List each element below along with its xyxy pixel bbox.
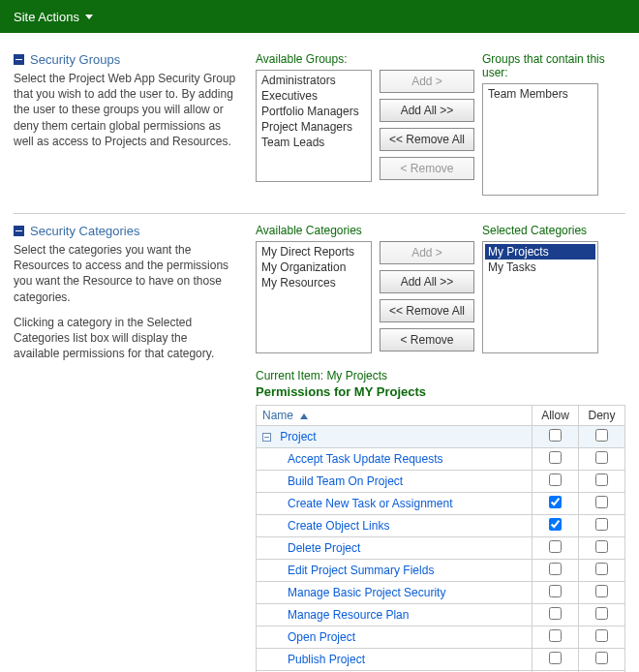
perm-row-label[interactable]: Edit Project Summary Fields: [262, 564, 434, 577]
perm-row-label[interactable]: Publish Project: [262, 653, 365, 666]
selected-categories-listbox[interactable]: My ProjectsMy Tasks: [482, 241, 598, 353]
section-heading-categories[interactable]: Security Categories: [14, 224, 236, 238]
caret-down-icon: [85, 15, 93, 19]
add-button[interactable]: Add >: [380, 70, 474, 93]
allow-checkbox[interactable]: [549, 540, 562, 553]
allow-checkbox[interactable]: [549, 629, 562, 642]
current-item-line: Current Item: My Projects: [256, 369, 625, 382]
desc-text: Select the Project Web App Security Grou…: [14, 71, 236, 149]
list-item[interactable]: My Direct Reports: [259, 244, 369, 260]
current-item-value: My Projects: [326, 369, 387, 382]
deny-checkbox[interactable]: [595, 496, 608, 508]
perm-row-label[interactable]: Open Project: [262, 630, 355, 644]
table-row: Edit Project Summary Fields: [257, 560, 625, 582]
selected-groups-listbox[interactable]: Team Members: [482, 83, 598, 196]
deny-checkbox[interactable]: [595, 652, 608, 664]
allow-checkbox[interactable]: [549, 451, 562, 464]
current-item-label: Current Item:: [256, 369, 323, 382]
selected-groups-label: Groups that contain this user:: [482, 52, 625, 79]
deny-checkbox[interactable]: [595, 518, 608, 531]
table-row: Accept Task Update Requests: [257, 448, 625, 471]
categories-button-col: Add > Add All >> << Remove All < Remove: [380, 241, 474, 351]
available-groups-col: Available Groups: AdministratorsExecutiv…: [256, 52, 372, 182]
perm-group-row[interactable]: Project: [257, 426, 625, 448]
deny-checkbox[interactable]: [595, 540, 608, 553]
perm-row-label[interactable]: Create New Task or Assignment: [262, 497, 453, 510]
dual-list-groups: Available Groups: AdministratorsExecutiv…: [256, 52, 625, 196]
add-all-button[interactable]: Add All >>: [380, 99, 474, 122]
col-name[interactable]: Name: [257, 406, 532, 426]
deny-checkbox[interactable]: [595, 629, 608, 642]
list-item[interactable]: Project Managers: [259, 119, 369, 135]
section-right-cat: Available Categories My Direct ReportsMy…: [256, 224, 625, 672]
group-allow-checkbox[interactable]: [549, 429, 562, 442]
heading-link-categories[interactable]: Security Categories: [30, 224, 139, 238]
perm-row-label[interactable]: Manage Resource Plan: [262, 608, 409, 622]
list-item[interactable]: My Resources: [259, 275, 369, 290]
site-actions-label: Site Actions: [14, 10, 79, 24]
table-row: Create Object Links: [257, 515, 625, 537]
selected-categories-label: Selected Categories: [482, 224, 598, 237]
deny-checkbox[interactable]: [595, 607, 608, 620]
allow-checkbox[interactable]: [549, 652, 562, 664]
deny-checkbox[interactable]: [595, 451, 608, 464]
remove-button[interactable]: < Remove: [380, 328, 474, 351]
deny-checkbox[interactable]: [595, 563, 608, 575]
section-desc-categories: Select the categories you want the Resou…: [14, 242, 236, 361]
group-deny-checkbox[interactable]: [595, 429, 608, 442]
table-row: Create New Task or Assignment: [257, 493, 625, 515]
sort-asc-icon: [300, 413, 308, 419]
perm-group-label: Project: [280, 430, 316, 443]
remove-button[interactable]: < Remove: [380, 157, 474, 180]
list-item[interactable]: Team Members: [485, 86, 595, 102]
desc-text-2: Clicking a category in the Selected Cate…: [14, 315, 236, 362]
deny-checkbox[interactable]: [595, 473, 608, 486]
available-categories-col: Available Categories My Direct ReportsMy…: [256, 224, 372, 353]
heading-link-groups[interactable]: Security Groups: [30, 52, 120, 67]
perm-row-label[interactable]: Build Team On Project: [262, 474, 403, 488]
available-categories-label: Available Categories: [256, 224, 372, 237]
perm-row-label[interactable]: Create Object Links: [262, 519, 389, 533]
dual-list-categories: Available Categories My Direct ReportsMy…: [256, 224, 625, 353]
deny-checkbox[interactable]: [595, 585, 608, 597]
page-content: Security Groups Select the Project Web A…: [0, 33, 639, 672]
perm-row-label[interactable]: Manage Basic Project Security: [262, 586, 445, 599]
section-desc-groups: Select the Project Web App Security Grou…: [14, 71, 236, 149]
list-item[interactable]: Portfolio Managers: [259, 104, 369, 119]
available-groups-label: Available Groups:: [256, 52, 372, 66]
list-item[interactable]: Administrators: [259, 73, 369, 88]
permissions-table: Name Allow Deny Project: [256, 405, 625, 672]
perm-row-label[interactable]: Delete Project: [262, 541, 360, 555]
allow-checkbox[interactable]: [549, 496, 562, 508]
list-item[interactable]: My Projects: [485, 244, 595, 260]
col-allow[interactable]: Allow: [532, 406, 579, 426]
col-deny[interactable]: Deny: [579, 406, 625, 426]
allow-checkbox[interactable]: [549, 563, 562, 575]
tree-collapse-icon[interactable]: [262, 433, 271, 442]
section-heading-groups[interactable]: Security Groups: [14, 52, 236, 67]
section-left-cat: Security Categories Select the categorie…: [14, 224, 236, 672]
top-ribbon: Site Actions: [0, 0, 639, 33]
list-item[interactable]: Executives: [259, 88, 369, 104]
available-categories-listbox[interactable]: My Direct ReportsMy OrganizationMy Resou…: [256, 241, 372, 353]
list-item[interactable]: My Organization: [259, 260, 369, 275]
remove-all-button[interactable]: << Remove All: [380, 128, 474, 151]
site-actions-menu[interactable]: Site Actions: [14, 10, 93, 24]
perm-row-label[interactable]: Accept Task Update Requests: [262, 452, 443, 466]
add-all-button[interactable]: Add All >>: [380, 270, 474, 293]
table-row: Delete Project: [257, 537, 625, 560]
allow-checkbox[interactable]: [549, 518, 562, 531]
table-row: Build Team On Project: [257, 471, 625, 493]
add-button[interactable]: Add >: [380, 241, 474, 264]
allow-checkbox[interactable]: [549, 607, 562, 620]
allow-checkbox[interactable]: [549, 585, 562, 597]
list-item[interactable]: My Tasks: [485, 260, 595, 275]
available-groups-listbox[interactable]: AdministratorsExecutivesPortfolio Manage…: [256, 70, 372, 182]
desc-text-1: Select the categories you want the Resou…: [14, 242, 236, 305]
section-security-categories: Security Categories Select the categorie…: [14, 213, 625, 672]
remove-all-button[interactable]: << Remove All: [380, 299, 474, 322]
allow-checkbox[interactable]: [549, 473, 562, 486]
table-row: Manage Resource Plan: [257, 604, 625, 626]
col-name-link[interactable]: Name: [262, 409, 293, 422]
list-item[interactable]: Team Leads: [259, 135, 369, 150]
